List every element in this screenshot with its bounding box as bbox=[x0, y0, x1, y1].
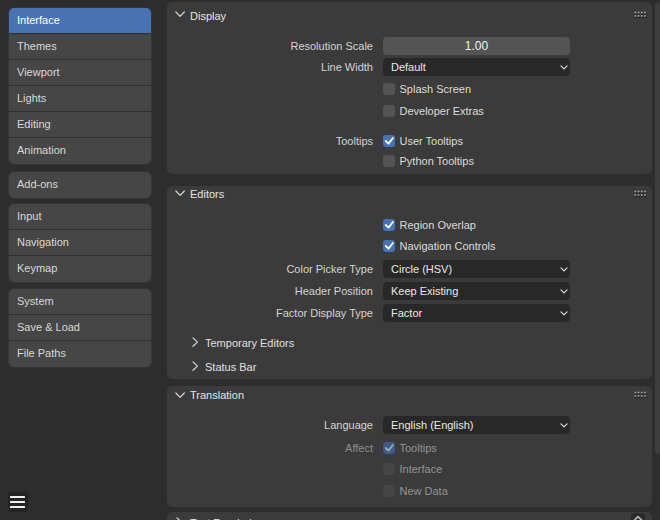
sidebar-item-navigation[interactable]: Navigation bbox=[9, 230, 151, 256]
panel-header-editors[interactable]: Editors bbox=[190, 188, 224, 200]
chevron-right-icon[interactable] bbox=[192, 337, 200, 348]
chevron-down-icon bbox=[560, 423, 568, 429]
nav-tab-group-system: System Save & Load File Paths bbox=[9, 289, 151, 367]
preferences-nav-sidebar: Interface Themes Viewport Lights Editing… bbox=[0, 0, 160, 520]
label-color-picker-type: Color Picker Type bbox=[173, 263, 373, 275]
chevron-down-icon[interactable] bbox=[175, 11, 186, 19]
checkbox-label: Region Overlap bbox=[400, 219, 476, 231]
line-width-dropdown[interactable]: Default bbox=[383, 58, 570, 76]
checkbox[interactable] bbox=[383, 83, 395, 95]
user-tooltips-checkbox-row[interactable]: User Tooltips bbox=[383, 135, 463, 147]
subpanel-header-status-bar[interactable]: Status Bar bbox=[205, 361, 256, 373]
sidebar-item-input[interactable]: Input bbox=[9, 204, 151, 230]
chevron-down-icon bbox=[560, 289, 568, 295]
sidebar-item-addons[interactable]: Add-ons bbox=[9, 172, 151, 198]
factor-display-type-dropdown[interactable]: Factor bbox=[383, 304, 570, 322]
subpanel-header-temporary-editors[interactable]: Temporary Editors bbox=[205, 337, 294, 349]
drag-grip-icon[interactable] bbox=[634, 190, 647, 199]
hamburger-bar bbox=[10, 506, 25, 508]
label-factor-display-type: Factor Display Type bbox=[173, 307, 373, 319]
chevron-down-icon[interactable] bbox=[175, 190, 186, 198]
factor-display-type-value: Factor bbox=[391, 307, 422, 319]
language-value: English (English) bbox=[391, 419, 474, 431]
nav-tab-group-interface: Interface Themes Viewport Lights Editing… bbox=[9, 8, 151, 164]
checkbox[interactable] bbox=[383, 219, 395, 231]
panel-header-translation[interactable]: Translation bbox=[190, 389, 244, 401]
sidebar-item-lights[interactable]: Lights bbox=[9, 86, 151, 112]
region-overlap-checkbox-row[interactable]: Region Overlap bbox=[383, 219, 476, 231]
label-tooltips: Tooltips bbox=[173, 135, 373, 147]
line-width-value: Default bbox=[391, 61, 426, 73]
checkbox-label: Interface bbox=[400, 463, 443, 475]
sidebar-item-system[interactable]: System bbox=[9, 289, 151, 315]
vertical-scrollbar[interactable] bbox=[655, 2, 660, 454]
label-header-position: Header Position bbox=[173, 285, 373, 297]
sidebar-item-save-load[interactable]: Save & Load bbox=[9, 315, 151, 341]
chevron-down-icon bbox=[560, 311, 568, 317]
python-tooltips-checkbox-row[interactable]: Python Tooltips bbox=[383, 155, 474, 167]
color-picker-type-dropdown[interactable]: Circle (HSV) bbox=[383, 260, 570, 278]
hamburger-bar bbox=[10, 496, 25, 498]
sidebar-item-editing[interactable]: Editing bbox=[9, 112, 151, 138]
drag-grip-icon[interactable] bbox=[634, 391, 647, 400]
drag-grip-icon[interactable] bbox=[634, 11, 647, 20]
sidebar-item-keymap[interactable]: Keymap bbox=[9, 256, 151, 282]
checkmark-icon bbox=[384, 220, 395, 230]
affect-interface-checkbox-row[interactable]: Interface bbox=[383, 463, 442, 475]
checkmark-icon bbox=[384, 136, 395, 146]
label-resolution-scale: Resolution Scale bbox=[173, 40, 373, 52]
nav-tab-group-input: Input Navigation Keymap bbox=[9, 204, 151, 282]
label-line-width: Line Width bbox=[173, 61, 373, 73]
developer-extras-checkbox-row[interactable]: Developer Extras bbox=[383, 105, 484, 117]
checkbox-label: Splash Screen bbox=[400, 83, 472, 95]
affect-tooltips-checkbox-row[interactable]: Tooltips bbox=[383, 442, 437, 454]
color-picker-type-value: Circle (HSV) bbox=[391, 263, 452, 275]
sidebar-item-file-paths[interactable]: File Paths bbox=[9, 341, 151, 367]
chevron-right-icon[interactable] bbox=[192, 361, 200, 372]
checkbox-label: Navigation Controls bbox=[400, 240, 496, 252]
sidebar-item-animation[interactable]: Animation bbox=[9, 138, 151, 164]
checkbox[interactable] bbox=[383, 155, 395, 167]
checkbox-label: New Data bbox=[400, 485, 448, 497]
checkbox[interactable] bbox=[383, 485, 395, 497]
sidebar-item-viewport[interactable]: Viewport bbox=[9, 60, 151, 86]
checkbox[interactable] bbox=[383, 105, 395, 117]
label-affect: Affect bbox=[173, 442, 373, 454]
label-language: Language bbox=[173, 419, 373, 431]
chevron-up-icon bbox=[633, 515, 643, 520]
hamburger-bar bbox=[10, 501, 25, 503]
checkbox-label: Developer Extras bbox=[400, 105, 484, 117]
sidebar-item-themes[interactable]: Themes bbox=[9, 34, 151, 60]
checkbox[interactable] bbox=[383, 463, 395, 475]
checkbox[interactable] bbox=[383, 135, 395, 147]
sidebar-item-interface[interactable]: Interface bbox=[9, 8, 151, 34]
chevron-down-icon bbox=[560, 65, 568, 71]
checkbox[interactable] bbox=[383, 442, 395, 454]
chevron-down-icon bbox=[560, 267, 568, 273]
checkmark-icon bbox=[384, 443, 395, 453]
chevron-down-icon[interactable] bbox=[175, 392, 186, 400]
resolution-scale-field[interactable]: 1.00 bbox=[383, 37, 570, 55]
checkbox-label: User Tooltips bbox=[400, 135, 463, 147]
checkbox-label: Tooltips bbox=[400, 442, 437, 454]
header-position-value: Keep Existing bbox=[391, 285, 458, 297]
panel-header-display[interactable]: Display bbox=[190, 10, 226, 22]
checkbox[interactable] bbox=[383, 240, 395, 252]
checkmark-icon bbox=[384, 241, 395, 251]
checkbox-label: Python Tooltips bbox=[400, 155, 474, 167]
affect-new-data-checkbox-row[interactable]: New Data bbox=[383, 485, 448, 497]
panel-header-text-rendering[interactable]: Text Rendering bbox=[190, 517, 264, 520]
chevron-up-button[interactable] bbox=[631, 513, 646, 520]
splash-screen-checkbox-row[interactable]: Splash Screen bbox=[383, 83, 471, 95]
preferences-menu-button[interactable] bbox=[8, 492, 28, 512]
nav-tab-group-addons: Add-ons bbox=[9, 172, 151, 198]
language-dropdown[interactable]: English (English) bbox=[383, 416, 570, 434]
navigation-controls-checkbox-row[interactable]: Navigation Controls bbox=[383, 240, 496, 252]
blender-preferences-window: { "colors": { "background": "#2d2d2d", "… bbox=[0, 0, 660, 520]
header-position-dropdown[interactable]: Keep Existing bbox=[383, 282, 570, 300]
